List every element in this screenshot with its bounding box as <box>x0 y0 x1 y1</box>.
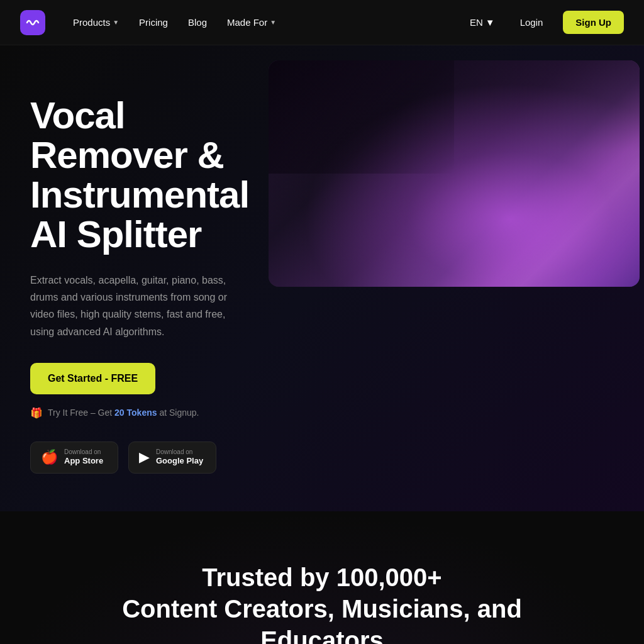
nav-left: Products ▼ Pricing Blog Made For ▼ <box>20 10 284 35</box>
hero-title: Vocal Remover & Instrumental AI Splitter <box>30 96 244 254</box>
get-started-button[interactable]: Get Started - FREE <box>30 363 155 394</box>
app-store-small-label: Download on <box>64 448 103 456</box>
app-store-name: App Store <box>64 456 103 467</box>
google-play-icon: ▶ <box>139 449 150 465</box>
nav-made-for[interactable]: Made For ▼ <box>219 12 284 33</box>
hero-description: Extract vocals, acapella, guitar, piano,… <box>30 272 244 340</box>
hero-image <box>269 60 640 287</box>
nav-pricing[interactable]: Pricing <box>131 12 175 33</box>
google-play-small-label: Download on <box>156 448 203 456</box>
navbar: Products ▼ Pricing Blog Made For ▼ EN ▼ … <box>0 0 644 45</box>
hero-image-dark-corner <box>269 60 454 174</box>
hero-content: Vocal Remover & Instrumental AI Splitter… <box>0 45 264 511</box>
free-trial-notice: 🎁 Try It Free – Get 20 Tokens at Signup. <box>30 407 244 419</box>
chevron-down-icon: ▼ <box>486 17 495 28</box>
chevron-down-icon: ▼ <box>113 19 119 26</box>
nav-products[interactable]: Products ▼ <box>65 12 126 33</box>
trusted-section: Trusted by 100,000+ Content Creators, Mu… <box>0 511 644 644</box>
signup-button[interactable]: Sign Up <box>563 11 624 34</box>
free-trial-text: Try It Free – Get 20 Tokens at Signup. <box>48 408 199 418</box>
google-play-name: Google Play <box>156 456 203 467</box>
tokens-label: 20 Tokens <box>114 408 157 418</box>
hero-section: Vocal Remover & Instrumental AI Splitter… <box>0 45 644 511</box>
logo[interactable] <box>20 10 45 35</box>
chevron-down-icon: ▼ <box>270 19 276 26</box>
language-selector[interactable]: EN ▼ <box>465 12 500 33</box>
nav-blog[interactable]: Blog <box>180 12 214 33</box>
hero-image-background <box>269 60 640 287</box>
nav-right: EN ▼ Login Sign Up <box>465 11 624 34</box>
google-play-badge[interactable]: ▶ Download on Google Play <box>128 441 216 474</box>
nav-items: Products ▼ Pricing Blog Made For ▼ <box>65 12 284 33</box>
apple-icon: 🍎 <box>41 449 58 465</box>
hero-image-area <box>264 45 644 511</box>
gift-icon: 🎁 <box>30 407 43 419</box>
trusted-title: Trusted by 100,000+ Content Creators, Mu… <box>20 562 624 644</box>
login-button[interactable]: Login <box>510 12 553 33</box>
app-badges: 🍎 Download on App Store ▶ Download on Go… <box>30 441 244 474</box>
app-store-badge[interactable]: 🍎 Download on App Store <box>30 441 118 474</box>
